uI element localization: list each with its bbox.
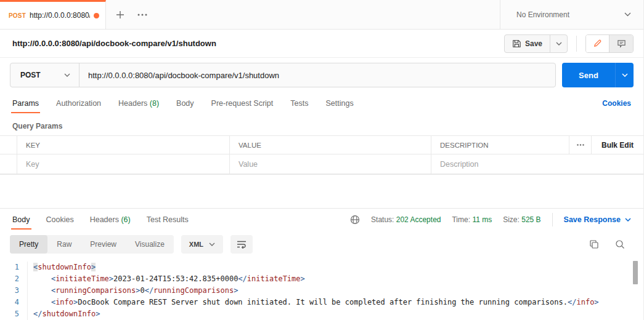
vertical-scrollbar-thumb[interactable] [633,261,638,284]
bulk-edit-button[interactable]: Bulk Edit [592,136,643,154]
comments-button[interactable] [609,35,633,52]
view-mode-switcher: Pretty Raw Preview Visualize [10,235,174,254]
param-value-input[interactable] [238,160,422,169]
response-tab-body[interactable]: Body [12,210,30,230]
request-tab-bar: POST http://0.0.0.0:8080/ap No Environme… [0,0,643,30]
headers-count-badge: (8) [150,99,159,108]
postman-app-window: POST http://0.0.0.0:8080/ap No Environme… [0,0,644,320]
chevron-down-icon [556,42,562,46]
header-divider [576,36,577,52]
send-button[interactable]: Send [562,63,615,87]
chevron-down-icon [624,12,631,17]
save-options-button[interactable] [550,35,567,52]
method-selector[interactable]: POST [10,63,79,87]
tab-params[interactable]: Params [12,94,39,113]
network-info-button[interactable] [350,215,360,225]
response-tab-test-results[interactable]: Test Results [147,210,189,230]
view-mode-visualize[interactable]: Visualize [126,235,174,254]
save-response-button[interactable]: Save Response [564,215,631,224]
tab-pre-request-script[interactable]: Pre-request Script [211,94,274,113]
tab-bar-spacer [153,0,500,29]
active-request-tab[interactable]: POST http://0.0.0.0:8080/ap [0,0,106,29]
environment-selector[interactable]: No Environment [500,0,643,29]
status-indicator: Status: 202 Accepted [371,215,441,224]
column-header-value: VALUE [230,136,431,154]
url-input[interactable] [79,63,555,87]
wrap-lines-button[interactable] [230,235,253,254]
save-button[interactable]: Save [505,35,550,52]
chevron-down-icon [209,242,215,246]
chevron-down-icon [622,73,628,77]
response-tabs: Body Cookies Headers (6) Test Results St… [0,209,643,231]
response-tools-right [589,239,634,249]
query-params-heading: Query Params [0,114,643,135]
tab-body[interactable]: Body [176,94,194,113]
response-headers-label: Headers [90,215,119,224]
response-body-viewer: 1<shutdownInfo>2 <initiateTime>2023-01-2… [0,258,643,320]
cookies-link[interactable]: Cookies [602,99,631,108]
response-pane: Body Cookies Headers (6) Test Results St… [0,208,643,320]
params-more-options-button[interactable] [569,136,592,154]
url-box: POST [10,63,556,87]
line-number: 4 [0,297,27,308]
code-line-content: </shutdownInfo> [27,308,643,320]
tab-settings[interactable]: Settings [325,94,353,113]
edit-request-button[interactable] [586,35,609,52]
code-line: 5</shutdownInfo> [0,308,643,320]
size-indicator: Size: 525 B [503,215,540,224]
method-label: POST [20,71,41,79]
send-button-group: Send [562,63,634,87]
view-mode-preview[interactable]: Preview [81,235,126,254]
time-label: Time: [452,215,470,224]
wrap-text-icon [237,240,247,249]
copy-response-button[interactable] [589,239,599,249]
tab-options-button[interactable] [132,0,153,29]
format-label: XML [189,241,203,248]
time-indicator: Time: 11 ms [452,215,492,224]
request-title: http://0.0.0.0:8080/api/docbook-compare/… [12,39,504,48]
copy-icon [589,239,599,249]
send-options-button[interactable] [615,63,634,87]
view-mode-pretty[interactable]: Pretty [10,235,47,254]
line-number: 5 [0,308,27,320]
tab-headers-label: Headers [118,99,147,108]
pencil-icon [593,39,602,48]
response-meta: Status: 202 Accepted Time: 11 ms Size: 5… [350,213,631,226]
code-line-content: <initiateTime>2023-01-24T15:53:42.835+00… [27,273,643,285]
param-key-input[interactable] [26,160,221,169]
param-description-input[interactable] [440,160,635,169]
tab-authorization[interactable]: Authorization [56,94,101,113]
code-lines-container: 1<shutdownInfo>2 <initiateTime>2023-01-2… [0,262,643,320]
status-value: 202 Accepted [396,215,441,224]
line-number: 1 [0,262,27,273]
meta-divider [552,213,553,226]
chevron-down-icon [625,218,631,222]
column-header-description: DESCRIPTION [431,136,569,154]
more-dots-icon [577,144,584,146]
new-tab-button[interactable] [111,0,129,29]
view-mode-raw[interactable]: Raw [47,235,81,254]
tab-title: http://0.0.0.0:8080/ap [30,11,90,20]
content-spacer [0,175,643,208]
code-line: 2 <initiateTime>2023-01-24T15:53:42.835+… [0,273,643,285]
code-line-content: <info>DocBook Compare REST Server shut d… [27,297,643,308]
save-floppy-icon [512,39,521,48]
size-label: Size: [503,215,520,224]
response-tab-cookies[interactable]: Cookies [46,210,74,230]
code-line: 3 <runningComparisons>0</runningComparis… [0,285,643,297]
row-checkbox-cell [0,154,17,174]
chevron-down-icon [64,73,70,77]
unsaved-changes-dot [94,13,99,18]
tab-headers[interactable]: Headers (8) [118,94,159,113]
response-headers-count-badge: (6) [121,215,130,224]
code-line-content: <shutdownInfo> [27,262,643,273]
comment-icon [617,39,626,48]
request-url-row: POST Send [0,58,643,92]
response-tab-headers[interactable]: Headers (6) [90,210,131,230]
request-config-tabs: Params Authorization Headers (8) Body Pr… [0,92,643,114]
tab-tests[interactable]: Tests [290,94,308,113]
search-response-button[interactable] [615,239,625,249]
params-checkbox-column [0,136,17,154]
more-dots-icon [137,14,147,16]
format-selector[interactable]: XML [181,235,223,254]
